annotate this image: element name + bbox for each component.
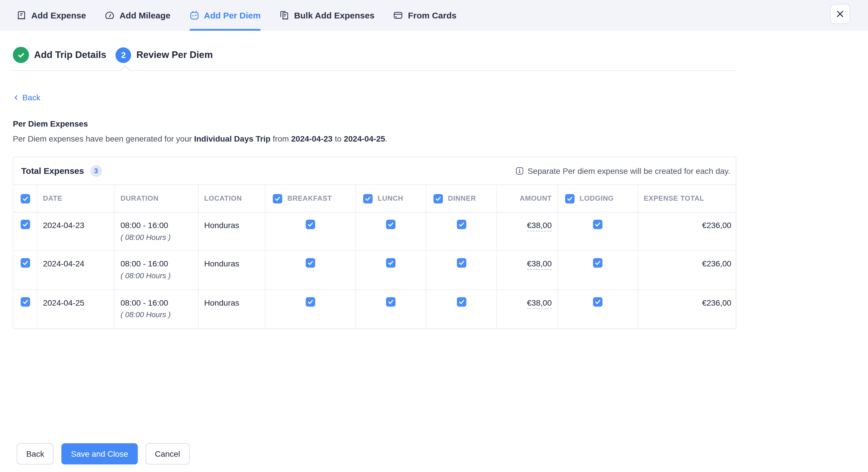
lunch-all-checkbox[interactable] [363, 194, 373, 203]
select-all-checkbox[interactable] [21, 194, 30, 203]
save-and-close-button[interactable]: Save and Close [61, 443, 137, 464]
back-link-label: Back [22, 93, 40, 102]
credit-card-icon [394, 11, 403, 20]
lunch-checkbox[interactable] [386, 258, 396, 268]
table-row: 2024-04-25 08:00 - 16:00 ( 08:00 Hours )… [13, 290, 736, 328]
table-title: Total Expenses [21, 166, 84, 176]
row-select-checkbox[interactable] [21, 220, 30, 229]
cell-date: 2024-04-23 [37, 213, 115, 251]
breakfast-all-checkbox[interactable] [273, 194, 282, 203]
time-range: 08:00 - 16:00 [121, 221, 198, 230]
step-label: Review Per Diem [136, 49, 213, 61]
tab-label: Add Mileage [119, 10, 170, 21]
tab-add-mileage[interactable]: Add Mileage [105, 0, 170, 31]
receipt-icon [17, 11, 26, 20]
col-header-duration: DURATION [115, 185, 198, 212]
expense-tab-bar: Add Expense Add Mileage Add Per Diem [0, 0, 868, 31]
table-row: 2024-04-24 08:00 - 16:00 ( 08:00 Hours )… [13, 251, 736, 290]
trip-start-date: 2024-04-23 [291, 134, 332, 143]
close-button[interactable] [830, 4, 850, 24]
cell-duration: 08:00 - 16:00 ( 08:00 Hours ) [115, 251, 198, 289]
row-select-checkbox[interactable] [21, 297, 30, 307]
col-header-date: DATE [37, 185, 115, 212]
info-icon [515, 167, 524, 175]
description-text: . [385, 134, 388, 143]
cell-expense-total: €236,00 [638, 213, 736, 251]
step-number-badge: 2 [116, 47, 131, 63]
col-header-lodging: LODGING [580, 195, 614, 202]
col-header-location: LOCATION [198, 185, 266, 212]
chevron-left-icon [13, 94, 19, 101]
col-header-amount: AMOUNT [497, 185, 558, 212]
breakfast-checkbox[interactable] [306, 297, 315, 307]
breakfast-checkbox[interactable] [306, 220, 315, 229]
table-column-header-row: DATE DURATION LOCATION BREAKFAST LUNCH D… [13, 185, 736, 213]
cancel-button[interactable]: Cancel [145, 443, 189, 464]
step-add-trip-details[interactable]: Add Trip Details [13, 47, 106, 63]
time-range: 08:00 - 16:00 [121, 259, 198, 269]
tab-label: Add Per Diem [204, 10, 261, 21]
lunch-checkbox[interactable] [386, 220, 396, 229]
section-title: Per Diem Expenses [13, 119, 868, 128]
close-icon [835, 9, 845, 19]
table-row: 2024-04-23 08:00 - 16:00 ( 08:00 Hours )… [13, 213, 736, 251]
table-note: Separate Per diem expense will be create… [515, 166, 730, 175]
lodging-checkbox[interactable] [593, 220, 602, 229]
step-done-check-icon [13, 47, 29, 63]
col-header-expense-total: EXPENSE TOTAL [638, 185, 736, 212]
col-header-dinner: DINNER [448, 195, 476, 202]
row-select-checkbox[interactable] [21, 258, 30, 268]
cell-date: 2024-04-25 [37, 290, 115, 328]
lodging-checkbox[interactable] [593, 258, 602, 268]
tab-label: Add Expense [31, 10, 86, 21]
cell-location: Honduras [198, 290, 266, 328]
hours-note: ( 08:00 Hours ) [121, 233, 198, 241]
table-header-strip: Total Expenses 3 Separate Per diem expen… [13, 157, 736, 185]
calendar-smile-icon [189, 11, 199, 20]
amount-editable[interactable]: €38,00 [527, 259, 552, 270]
dinner-checkbox[interactable] [457, 258, 466, 268]
table-note-text: Separate Per diem expense will be create… [528, 166, 730, 175]
cell-location: Honduras [198, 213, 266, 251]
gauge-icon [105, 11, 115, 20]
lodging-checkbox[interactable] [593, 297, 602, 307]
description-text: from [271, 134, 291, 143]
add-per-diem-modal: Add Expense Add Mileage Add Per Diem [0, 0, 868, 472]
step-label: Add Trip Details [34, 49, 106, 61]
tab-add-expense[interactable]: Add Expense [17, 0, 86, 31]
receipts-stack-icon [280, 11, 289, 20]
col-header-lunch: LUNCH [378, 195, 403, 202]
back-button[interactable]: Back [17, 443, 54, 464]
step-divider [13, 70, 736, 71]
section-description: Per Diem expenses have been generated fo… [13, 134, 868, 143]
cell-duration: 08:00 - 16:00 ( 08:00 Hours ) [115, 213, 198, 251]
breakfast-checkbox[interactable] [306, 258, 315, 268]
cell-date: 2024-04-24 [37, 251, 115, 289]
dinner-all-checkbox[interactable] [434, 194, 443, 203]
cell-duration: 08:00 - 16:00 ( 08:00 Hours ) [115, 290, 198, 328]
trip-name: Individual Days Trip [194, 134, 271, 143]
cell-expense-total: €236,00 [638, 290, 736, 328]
tab-bulk-add-expenses[interactable]: Bulk Add Expenses [280, 0, 374, 31]
amount-editable[interactable]: €38,00 [527, 298, 552, 309]
lodging-all-checkbox[interactable] [565, 194, 575, 203]
cell-location: Honduras [198, 251, 266, 289]
hours-note: ( 08:00 Hours ) [121, 310, 198, 319]
dinner-checkbox[interactable] [457, 220, 466, 229]
cell-expense-total: €236,00 [638, 251, 736, 289]
footer-actions: Back Save and Close Cancel [17, 443, 189, 464]
step-review-per-diem[interactable]: 2 Review Per Diem [116, 47, 213, 63]
expense-count-badge: 3 [90, 165, 102, 177]
description-text: Per Diem expenses have been generated fo… [13, 134, 194, 143]
wizard-steps: Add Trip Details 2 Review Per Diem [0, 47, 868, 63]
description-text: to [333, 134, 344, 143]
tab-from-cards[interactable]: From Cards [394, 0, 457, 31]
tab-add-per-diem[interactable]: Add Per Diem [189, 0, 261, 31]
dinner-checkbox[interactable] [457, 297, 466, 307]
lunch-checkbox[interactable] [386, 297, 396, 307]
back-link[interactable]: Back [13, 93, 40, 102]
trip-end-date: 2024-04-25 [344, 134, 385, 143]
time-range: 08:00 - 16:00 [121, 298, 198, 307]
amount-editable[interactable]: €38,00 [527, 221, 552, 231]
tab-label: From Cards [408, 10, 456, 21]
